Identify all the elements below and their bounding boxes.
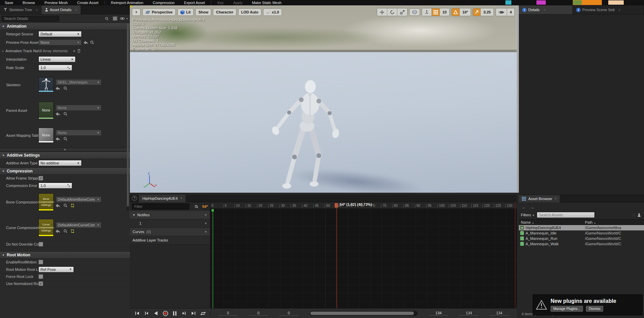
track-menu-icon[interactable]: ▼ bbox=[204, 230, 207, 233]
section-additive-settings[interactable]: ▼ Additive Settings bbox=[0, 152, 130, 159]
use-selected-icon[interactable] bbox=[56, 112, 60, 116]
tab-preview-scene-settings[interactable]: i Preview Scene Sett × bbox=[573, 5, 644, 14]
preview-viewport[interactable]: ▼ Perspective Lit Show Character LOD Aut… bbox=[130, 5, 517, 193]
reset-icon[interactable] bbox=[71, 204, 75, 208]
show-button[interactable]: Show bbox=[195, 8, 211, 16]
menu-key[interactable]: Key bbox=[213, 1, 228, 5]
track-notifies[interactable]: ▼ Notifies ▼ bbox=[130, 211, 210, 219]
close-icon[interactable]: × bbox=[618, 8, 620, 12]
track-curves[interactable]: Curves (0) ▼ bbox=[130, 228, 210, 236]
browse-icon[interactable] bbox=[63, 203, 67, 208]
compression-error-field[interactable]: 1.0 bbox=[38, 183, 72, 189]
trash-icon[interactable] bbox=[77, 49, 81, 53]
curve-compression-dropdown[interactable]: DefaultAnimCurveCompre▼ bbox=[56, 222, 102, 228]
parent-asset-dropdown[interactable]: None▼ bbox=[56, 105, 102, 111]
user-filter-icon[interactable] bbox=[637, 213, 641, 217]
search-assets-input[interactable] bbox=[537, 212, 595, 218]
use-selected-icon[interactable] bbox=[84, 41, 88, 44]
tab-details[interactable]: i Details × bbox=[519, 5, 573, 14]
bone-compression-dropdown[interactable]: DefaultAnimBoneCompres▼ bbox=[56, 196, 102, 202]
search-details-input[interactable] bbox=[2, 16, 59, 22]
timeline-zoom-scrollbar[interactable] bbox=[310, 311, 418, 316]
use-selected-icon[interactable] bbox=[56, 87, 60, 90]
interpolation-dropdown[interactable]: Linear▼ bbox=[38, 56, 76, 62]
menu-apply[interactable]: Apply bbox=[228, 1, 247, 5]
to-front-button[interactable] bbox=[133, 310, 141, 317]
camera-speed-button[interactable] bbox=[496, 8, 507, 16]
scale-snap-value-button[interactable]: 0.25 bbox=[480, 8, 493, 16]
asset-row-mannequin-idle[interactable]: A_Mannequin_Idle /Game/NanosWorld/C bbox=[519, 230, 644, 236]
timeline-track-area[interactable]: 0|5|10|15|20|25|30|35|40|45|50|55|60|65|… bbox=[210, 202, 517, 308]
filters-dropdown[interactable]: Filters ▼ bbox=[521, 213, 535, 217]
column-path[interactable]: Path ▲ bbox=[585, 220, 644, 224]
lit-button[interactable]: Lit bbox=[177, 8, 194, 16]
playhead-marker[interactable] bbox=[334, 203, 338, 208]
coordinate-system-button[interactable] bbox=[409, 8, 420, 16]
rate-scale-field[interactable]: 1.0 bbox=[38, 65, 72, 71]
play-reverse-button[interactable] bbox=[152, 310, 160, 317]
grid-snap-value-button[interactable]: 10 bbox=[440, 8, 449, 16]
menu-create-asset[interactable]: Create Asset bbox=[73, 1, 103, 5]
additive-anim-type-dropdown[interactable]: No additive▼ bbox=[38, 160, 82, 166]
back-arrow-icon[interactable]: ← bbox=[522, 204, 526, 210]
surface-snap-button[interactable] bbox=[422, 8, 431, 16]
menu-browse[interactable]: Browse bbox=[18, 1, 40, 5]
menu-save[interactable]: Save bbox=[0, 1, 18, 5]
timeline-document-tab[interactable]: HipHopDancing4UE4 × bbox=[139, 195, 186, 202]
browse-icon[interactable] bbox=[63, 86, 67, 90]
menu-reimport-animation[interactable]: Reimport Animation bbox=[106, 1, 148, 5]
skeleton-thumbnail[interactable] bbox=[38, 77, 54, 92]
parent-asset-thumbnail[interactable]: None bbox=[38, 102, 54, 119]
start-frame-field-3[interactable]: 0 bbox=[279, 311, 298, 316]
close-icon[interactable]: × bbox=[180, 196, 183, 200]
browse-icon[interactable] bbox=[63, 112, 67, 116]
use-normalized-root-checkbox[interactable]: ✓ bbox=[38, 281, 43, 286]
allow-frame-stripping-checkbox[interactable]: ✓ bbox=[38, 176, 43, 181]
scale-snap-toggle[interactable] bbox=[473, 8, 480, 16]
track-notify-1[interactable]: 1 ▼ bbox=[130, 219, 210, 228]
forward-arrow-icon[interactable]: → bbox=[530, 204, 534, 210]
close-icon[interactable]: × bbox=[555, 197, 557, 200]
angle-snap-toggle[interactable] bbox=[452, 8, 459, 16]
menu-export-asset[interactable]: Export Asset bbox=[179, 1, 210, 5]
track-menu-icon[interactable]: ▼ bbox=[204, 222, 207, 225]
add-element-icon[interactable]: + bbox=[73, 49, 75, 53]
end-frame-field-2[interactable]: 134 bbox=[459, 311, 478, 316]
menu-make-static-mesh[interactable]: Make Static Mesh bbox=[247, 1, 286, 5]
rotate-tool-button[interactable] bbox=[387, 8, 397, 16]
use-selected-icon[interactable] bbox=[56, 137, 60, 141]
asset-mapping-thumbnail[interactable]: None bbox=[38, 128, 54, 143]
force-root-lock-checkbox[interactable] bbox=[38, 274, 43, 279]
section-root-motion[interactable]: ▼ Root Motion bbox=[0, 251, 130, 259]
expand-arrow-icon[interactable]: ▷ bbox=[2, 50, 4, 53]
track-menu-icon[interactable]: ▼ bbox=[204, 214, 207, 217]
dismiss-button[interactable]: Dismiss bbox=[586, 306, 603, 312]
viewport-options-button[interactable]: ▼ bbox=[132, 8, 141, 16]
start-frame-field[interactable]: 0 bbox=[219, 311, 237, 316]
reset-icon[interactable] bbox=[71, 229, 75, 233]
lod-auto-button[interactable]: LOD Auto bbox=[238, 8, 261, 16]
track-additive-layers[interactable]: Additive Layer Tracks bbox=[130, 236, 210, 245]
close-icon[interactable]: × bbox=[75, 8, 77, 12]
column-name[interactable]: Name ▲ bbox=[519, 220, 585, 224]
end-frame-field[interactable]: 134 bbox=[429, 311, 448, 316]
scale-tool-button[interactable] bbox=[397, 8, 407, 16]
translate-tool-button[interactable] bbox=[377, 8, 387, 16]
root-lock-dropdown[interactable]: Ref Pose▼ bbox=[38, 266, 74, 273]
camera-speed-value-button[interactable]: 4 bbox=[507, 8, 514, 16]
asset-thumbnail-active[interactable] bbox=[573, 0, 602, 5]
timeline-filter-input[interactable] bbox=[132, 203, 189, 210]
step-forward-button[interactable] bbox=[180, 310, 188, 317]
asset-row-mannequin-run[interactable]: A_Mannequin_Run /Game/NanosWorld/C bbox=[519, 236, 644, 241]
manage-plugins-button[interactable]: Manage Plugins... bbox=[551, 306, 583, 312]
left-panel-scrollbar[interactable] bbox=[127, 22, 129, 211]
asset-thumbnail-cyan[interactable] bbox=[505, 0, 512, 5]
browse-icon[interactable] bbox=[63, 137, 67, 141]
enable-root-motion-checkbox[interactable] bbox=[38, 260, 43, 264]
tab-asset-details[interactable]: Asset Details × bbox=[41, 5, 81, 14]
playback-speed-button[interactable]: x1.0 bbox=[263, 8, 282, 16]
skeleton-asset-dropdown[interactable]: SKEL_Mannequin▼ bbox=[56, 79, 102, 85]
property-matrix-button[interactable] bbox=[112, 15, 118, 22]
asset-mapping-dropdown[interactable]: None▼ bbox=[56, 130, 102, 136]
asset-row-mannequin-walk[interactable]: A_Mannequin_Walk /Game/NanosWorld/C bbox=[519, 241, 644, 247]
